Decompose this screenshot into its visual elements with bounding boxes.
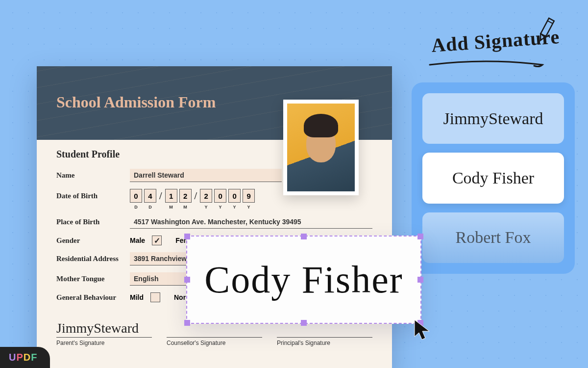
behaviour-mild-label: Mild [130, 293, 144, 301]
resize-handle[interactable] [184, 277, 190, 283]
updf-badge: UPDF [0, 347, 50, 368]
gender-male-label: Male [130, 237, 145, 244]
parent-signature-slot[interactable]: JimmySteward Parent's Signature [56, 318, 152, 346]
tongue-label: Mother Tongue [56, 275, 130, 283]
signature-preview-text: Cody Fisher [204, 258, 403, 302]
dob-digit[interactable]: 9Y [243, 189, 255, 203]
resize-handle[interactable] [301, 320, 307, 326]
counsellor-signature-label: Counsellor's Signature [167, 340, 262, 346]
gender-label: Gender [56, 237, 130, 245]
name-input[interactable]: Darrell Steward [130, 169, 282, 182]
dob-digit[interactable]: 2Y [200, 189, 212, 203]
gender-male-checkbox[interactable]: ✓ [152, 236, 162, 245]
parent-signature-value: JimmySteward [56, 318, 152, 338]
underline-flourish [427, 59, 547, 71]
dob-digit[interactable]: 1M [165, 189, 177, 203]
dob-digit[interactable]: 0Y [228, 189, 241, 203]
signature-option-2[interactable]: Cody Fisher [422, 153, 564, 203]
dob-digit[interactable]: 0D [130, 189, 142, 203]
cursor-icon [413, 318, 433, 342]
dob-boxes[interactable]: 0D 4D / 1M 2M / 2Y 0Y 0Y 9Y [130, 189, 255, 203]
field-pob: Place of Birth 4517 Washington Ave. Manc… [56, 215, 372, 229]
resize-handle[interactable] [184, 320, 190, 326]
name-label: Name [56, 171, 130, 180]
signature-drag-box[interactable]: Cody Fisher [186, 236, 421, 324]
student-photo [287, 104, 355, 191]
date-separator: / [158, 189, 163, 203]
signature-panel: JimmySteward Cody Fisher Robert Fox [412, 82, 575, 274]
dob-digit[interactable]: 4D [144, 189, 156, 203]
address-label: Residential Address [56, 255, 130, 263]
dob-digit[interactable]: 0Y [214, 189, 226, 203]
principal-signature-label: Principal's Signature [277, 340, 372, 346]
resize-handle[interactable] [417, 277, 423, 283]
dob-label: Date of Birth [56, 192, 130, 200]
signature-option-1[interactable]: JimmySteward [422, 93, 564, 144]
svg-line-1 [547, 21, 553, 24]
form-title: School Admission Form [56, 93, 216, 111]
parent-signature-label: Parent's Signature [56, 340, 152, 346]
pob-input[interactable]: 4517 Washington Ave. Manchester, Kentuck… [130, 215, 372, 229]
resize-handle[interactable] [184, 234, 190, 239]
behaviour-label: General Behaviour [56, 293, 130, 302]
dob-digit[interactable]: 2M [179, 189, 192, 203]
behaviour-mild-checkbox[interactable] [150, 292, 160, 302]
student-photo-frame [283, 100, 359, 195]
pencil-icon [537, 15, 557, 47]
signature-option-3[interactable]: Robert Fox [422, 212, 564, 263]
svg-rect-0 [540, 18, 554, 36]
resize-handle[interactable] [417, 234, 423, 239]
resize-handle[interactable] [301, 234, 307, 239]
date-separator: / [194, 189, 198, 203]
pob-label: Place of Birth [56, 218, 130, 226]
